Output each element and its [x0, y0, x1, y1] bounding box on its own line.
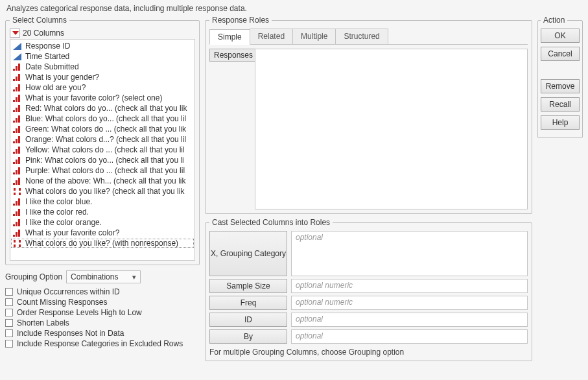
- grouping-option-select[interactable]: Combinations ▾: [66, 270, 141, 283]
- svg-rect-44: [18, 198, 20, 206]
- nominal-type-icon: [13, 157, 21, 164]
- column-item[interactable]: What colors do you like? (check all that…: [10, 186, 194, 196]
- nominal-type-icon: [13, 198, 21, 206]
- svg-rect-14: [13, 110, 15, 112]
- svg-rect-55: [14, 244, 16, 247]
- nominal-type-icon: [13, 95, 21, 102]
- checkbox[interactable]: [5, 288, 13, 296]
- checkbox[interactable]: [5, 298, 13, 306]
- grouping-option-label: Grouping Option: [5, 272, 62, 281]
- cast-field-x-grouping-category[interactable]: optional: [291, 231, 528, 276]
- svg-rect-54: [14, 240, 16, 243]
- checkbox[interactable]: [5, 340, 13, 348]
- svg-rect-47: [18, 209, 20, 216]
- cast-field-id[interactable]: optional: [291, 313, 528, 327]
- column-item[interactable]: Purple: What colors do ... (check all th…: [10, 165, 194, 176]
- column-item[interactable]: I like the color red.: [10, 207, 194, 217]
- column-item-label: What is your favorite color?: [25, 228, 119, 237]
- svg-rect-37: [18, 178, 20, 185]
- cast-field-freq[interactable]: optional numeric: [291, 296, 528, 310]
- cast-roles-legend: Cast Selected Columns into Roles: [209, 218, 333, 227]
- svg-rect-13: [18, 95, 20, 102]
- svg-rect-36: [16, 180, 18, 185]
- column-item[interactable]: Pink: What colors do yo... (check all th…: [10, 155, 194, 165]
- svg-rect-53: [18, 230, 20, 237]
- nominal-type-icon: [13, 105, 21, 112]
- svg-rect-5: [13, 79, 15, 81]
- checkbox[interactable]: [5, 309, 13, 316]
- cast-roles-group: Cast Selected Columns into Roles X, Grou…: [205, 218, 532, 361]
- red-triangle-icon: [12, 31, 19, 35]
- column-item-label: Purple: What colors do ... (check all th…: [25, 166, 185, 175]
- cast-button-sample-size[interactable]: Sample Size: [209, 279, 287, 293]
- recall-button[interactable]: Recall: [541, 97, 580, 112]
- cast-button-by[interactable]: By: [209, 329, 287, 344]
- column-item-label: Yellow: What colors do ... (check all th…: [25, 145, 185, 154]
- column-item[interactable]: Red: What colors do yo... (check all tha…: [10, 103, 194, 113]
- column-item[interactable]: What is your gender?: [10, 72, 194, 82]
- svg-rect-35: [13, 183, 15, 185]
- tab-related[interactable]: Related: [250, 29, 293, 44]
- column-item-label: Red: What colors do yo... (check all tha…: [25, 104, 187, 113]
- nominal-type-icon: [13, 84, 21, 91]
- svg-rect-17: [13, 121, 15, 123]
- svg-rect-18: [16, 118, 18, 123]
- responses-drop-zone[interactable]: [255, 49, 528, 209]
- svg-rect-6: [16, 77, 18, 81]
- svg-rect-28: [18, 147, 20, 154]
- checkbox[interactable]: [5, 329, 13, 337]
- svg-rect-43: [16, 201, 18, 206]
- cast-button-id[interactable]: ID: [209, 313, 287, 327]
- continuous-type-icon: [13, 43, 21, 50]
- column-item[interactable]: Blue: What colors do yo... (check all th…: [10, 113, 194, 124]
- column-item[interactable]: Response ID: [10, 41, 194, 51]
- svg-rect-24: [16, 139, 18, 143]
- svg-rect-29: [13, 162, 15, 164]
- column-item[interactable]: Time Started: [10, 51, 194, 62]
- grouping-option-value: Combinations: [71, 272, 118, 281]
- column-item[interactable]: What is your favorite color?: [10, 228, 194, 238]
- response-roles-legend: Response Roles: [209, 16, 272, 25]
- columns-menu-trigger[interactable]: [10, 29, 20, 38]
- column-item[interactable]: What colors do you like? (with nonrespon…: [10, 238, 194, 248]
- svg-rect-48: [13, 224, 15, 226]
- svg-rect-57: [19, 244, 21, 247]
- cast-field-sample-size[interactable]: optional numeric: [291, 279, 528, 293]
- ok-button[interactable]: OK: [541, 29, 580, 43]
- svg-rect-33: [16, 170, 18, 174]
- column-item-label: How old are you?: [25, 83, 86, 92]
- column-item[interactable]: Date Submitted: [10, 62, 194, 72]
- tab-multiple[interactable]: Multiple: [292, 29, 336, 44]
- column-item[interactable]: How old are you?: [10, 82, 194, 93]
- column-item[interactable]: None of the above: Wh... (check all that…: [10, 176, 194, 186]
- column-item-label: What is your favorite color? (select one…: [25, 93, 162, 102]
- cast-field-by[interactable]: optional: [291, 329, 528, 344]
- svg-rect-39: [14, 193, 16, 195]
- column-item[interactable]: Orange: What colors d...? (check all tha…: [10, 134, 194, 145]
- nominal-type-icon: [13, 209, 21, 216]
- cast-button-freq[interactable]: Freq: [209, 296, 287, 310]
- tab-structured[interactable]: Structured: [335, 29, 388, 44]
- column-item[interactable]: I like the color orange.: [10, 217, 194, 228]
- remove-button[interactable]: Remove: [541, 79, 580, 93]
- nominal-type-icon: [13, 64, 21, 71]
- svg-rect-20: [13, 131, 15, 133]
- responses-role-button[interactable]: Responses: [209, 49, 257, 62]
- column-item[interactable]: Green: What colors do ... (check all tha…: [10, 124, 194, 134]
- cancel-button[interactable]: Cancel: [541, 47, 580, 61]
- column-list[interactable]: Response IDTime StartedDate SubmittedWha…: [10, 39, 195, 261]
- column-item[interactable]: What is your favorite color? (select one…: [10, 93, 194, 103]
- multi-type-icon: [13, 240, 21, 247]
- select-columns-group: Select Columns 20 Columns Response IDTim…: [5, 16, 200, 265]
- chevron-down-icon: ▾: [132, 273, 136, 281]
- tab-simple[interactable]: Simple: [209, 29, 250, 45]
- checkbox[interactable]: [5, 319, 13, 327]
- column-item-label: Blue: What colors do yo... (check all th…: [25, 114, 186, 123]
- svg-rect-34: [18, 167, 20, 174]
- cast-button-x-grouping-category[interactable]: X, Grouping Category: [209, 231, 287, 276]
- column-item[interactable]: I like the color blue.: [10, 196, 194, 207]
- help-button[interactable]: Help: [541, 115, 580, 130]
- column-item-label: Pink: What colors do yo... (check all th…: [25, 156, 184, 165]
- svg-rect-52: [16, 232, 18, 237]
- column-item[interactable]: Yellow: What colors do ... (check all th…: [10, 145, 194, 155]
